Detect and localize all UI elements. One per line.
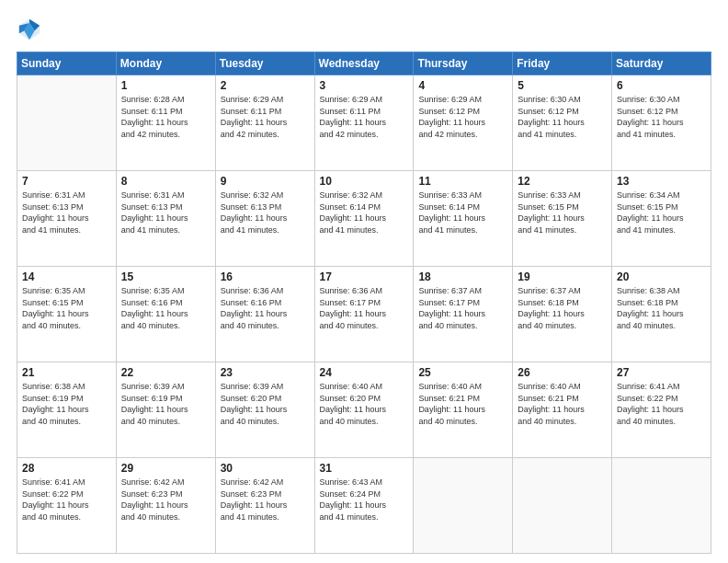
cell-info: Sunrise: 6:37 AM Sunset: 6:18 PM Dayligh… xyxy=(518,285,607,331)
logo xyxy=(17,17,48,42)
calendar-cell: 20Sunrise: 6:38 AM Sunset: 6:18 PM Dayli… xyxy=(612,267,711,362)
day-number: 4 xyxy=(418,79,507,92)
calendar-cell: 28Sunrise: 6:41 AM Sunset: 6:22 PM Dayli… xyxy=(17,458,117,554)
cell-info: Sunrise: 6:35 AM Sunset: 6:15 PM Dayligh… xyxy=(22,285,111,331)
calendar-cell xyxy=(612,458,711,554)
day-number: 26 xyxy=(518,366,607,379)
calendar-cell: 15Sunrise: 6:35 AM Sunset: 6:16 PM Dayli… xyxy=(116,267,215,362)
calendar-cell: 2Sunrise: 6:29 AM Sunset: 6:11 PM Daylig… xyxy=(215,75,314,171)
cell-info: Sunrise: 6:32 AM Sunset: 6:13 PM Dayligh… xyxy=(221,190,310,236)
calendar-cell: 7Sunrise: 6:31 AM Sunset: 6:13 PM Daylig… xyxy=(17,171,117,267)
cell-info: Sunrise: 6:41 AM Sunset: 6:22 PM Dayligh… xyxy=(22,477,111,523)
cell-info: Sunrise: 6:31 AM Sunset: 6:13 PM Dayligh… xyxy=(121,190,210,236)
calendar-cell xyxy=(17,75,117,171)
day-number: 6 xyxy=(617,79,706,92)
calendar-cell: 6Sunrise: 6:30 AM Sunset: 6:12 PM Daylig… xyxy=(612,75,711,171)
cell-info: Sunrise: 6:30 AM Sunset: 6:12 PM Dayligh… xyxy=(518,94,607,140)
calendar-cell: 16Sunrise: 6:36 AM Sunset: 6:16 PM Dayli… xyxy=(215,267,314,362)
day-number: 7 xyxy=(22,175,111,188)
calendar-cell: 17Sunrise: 6:36 AM Sunset: 6:17 PM Dayli… xyxy=(314,267,414,362)
day-number: 31 xyxy=(320,462,409,475)
cell-info: Sunrise: 6:36 AM Sunset: 6:17 PM Dayligh… xyxy=(320,285,409,331)
cell-info: Sunrise: 6:36 AM Sunset: 6:16 PM Dayligh… xyxy=(221,285,310,331)
day-number: 14 xyxy=(22,270,111,283)
day-number: 9 xyxy=(221,175,310,188)
cell-info: Sunrise: 6:41 AM Sunset: 6:22 PM Dayligh… xyxy=(617,381,706,427)
weekday-header: Friday xyxy=(513,52,612,75)
calendar-cell: 29Sunrise: 6:42 AM Sunset: 6:23 PM Dayli… xyxy=(116,458,215,554)
cell-info: Sunrise: 6:38 AM Sunset: 6:19 PM Dayligh… xyxy=(22,381,111,427)
day-number: 1 xyxy=(121,79,210,92)
day-number: 18 xyxy=(418,270,507,283)
cell-info: Sunrise: 6:38 AM Sunset: 6:18 PM Dayligh… xyxy=(617,285,706,331)
calendar-cell: 9Sunrise: 6:32 AM Sunset: 6:13 PM Daylig… xyxy=(215,171,314,267)
calendar-week-row: 21Sunrise: 6:38 AM Sunset: 6:19 PM Dayli… xyxy=(17,362,711,458)
day-number: 16 xyxy=(221,270,310,283)
day-number: 22 xyxy=(121,366,210,379)
day-number: 12 xyxy=(518,175,607,188)
day-number: 15 xyxy=(121,270,210,283)
day-number: 21 xyxy=(22,366,111,379)
calendar-cell: 21Sunrise: 6:38 AM Sunset: 6:19 PM Dayli… xyxy=(17,362,117,458)
calendar-week-row: 7Sunrise: 6:31 AM Sunset: 6:13 PM Daylig… xyxy=(17,171,711,267)
day-number: 30 xyxy=(221,462,310,475)
weekday-header-row: SundayMondayTuesdayWednesdayThursdayFrid… xyxy=(17,52,711,75)
calendar-cell: 12Sunrise: 6:33 AM Sunset: 6:15 PM Dayli… xyxy=(513,171,612,267)
calendar-table: SundayMondayTuesdayWednesdayThursdayFrid… xyxy=(17,52,711,554)
cell-info: Sunrise: 6:30 AM Sunset: 6:12 PM Dayligh… xyxy=(617,94,706,140)
day-number: 17 xyxy=(320,270,409,283)
day-number: 28 xyxy=(22,462,111,475)
cell-info: Sunrise: 6:39 AM Sunset: 6:19 PM Dayligh… xyxy=(121,381,210,427)
weekday-header: Monday xyxy=(116,52,215,75)
cell-info: Sunrise: 6:40 AM Sunset: 6:21 PM Dayligh… xyxy=(518,381,607,427)
calendar-cell: 18Sunrise: 6:37 AM Sunset: 6:17 PM Dayli… xyxy=(414,267,513,362)
day-number: 13 xyxy=(617,175,706,188)
calendar-cell: 10Sunrise: 6:32 AM Sunset: 6:14 PM Dayli… xyxy=(314,171,414,267)
calendar-cell: 22Sunrise: 6:39 AM Sunset: 6:19 PM Dayli… xyxy=(116,362,215,458)
cell-info: Sunrise: 6:33 AM Sunset: 6:15 PM Dayligh… xyxy=(518,190,607,236)
day-number: 3 xyxy=(320,79,409,92)
day-number: 19 xyxy=(518,270,607,283)
calendar-cell: 13Sunrise: 6:34 AM Sunset: 6:15 PM Dayli… xyxy=(612,171,711,267)
logo-icon xyxy=(17,17,42,42)
cell-info: Sunrise: 6:28 AM Sunset: 6:11 PM Dayligh… xyxy=(121,94,210,140)
page: SundayMondayTuesdayWednesdayThursdayFrid… xyxy=(0,0,728,563)
cell-info: Sunrise: 6:33 AM Sunset: 6:14 PM Dayligh… xyxy=(418,190,507,236)
calendar-cell: 14Sunrise: 6:35 AM Sunset: 6:15 PM Dayli… xyxy=(17,267,117,362)
weekday-header: Sunday xyxy=(17,52,117,75)
cell-info: Sunrise: 6:31 AM Sunset: 6:13 PM Dayligh… xyxy=(22,190,111,236)
cell-info: Sunrise: 6:40 AM Sunset: 6:21 PM Dayligh… xyxy=(418,381,507,427)
calendar-cell: 25Sunrise: 6:40 AM Sunset: 6:21 PM Dayli… xyxy=(414,362,513,458)
day-number: 29 xyxy=(121,462,210,475)
cell-info: Sunrise: 6:34 AM Sunset: 6:15 PM Dayligh… xyxy=(617,190,706,236)
day-number: 20 xyxy=(617,270,706,283)
day-number: 2 xyxy=(221,79,310,92)
weekday-header: Thursday xyxy=(414,52,513,75)
calendar-week-row: 28Sunrise: 6:41 AM Sunset: 6:22 PM Dayli… xyxy=(17,458,711,554)
header xyxy=(17,17,711,42)
cell-info: Sunrise: 6:29 AM Sunset: 6:11 PM Dayligh… xyxy=(320,94,409,140)
cell-info: Sunrise: 6:42 AM Sunset: 6:23 PM Dayligh… xyxy=(221,477,310,523)
day-number: 10 xyxy=(320,175,409,188)
day-number: 5 xyxy=(518,79,607,92)
weekday-header: Wednesday xyxy=(314,52,414,75)
calendar-cell: 1Sunrise: 6:28 AM Sunset: 6:11 PM Daylig… xyxy=(116,75,215,171)
cell-info: Sunrise: 6:43 AM Sunset: 6:24 PM Dayligh… xyxy=(320,477,409,523)
calendar-week-row: 1Sunrise: 6:28 AM Sunset: 6:11 PM Daylig… xyxy=(17,75,711,171)
calendar-cell: 19Sunrise: 6:37 AM Sunset: 6:18 PM Dayli… xyxy=(513,267,612,362)
day-number: 11 xyxy=(418,175,507,188)
day-number: 24 xyxy=(320,366,409,379)
cell-info: Sunrise: 6:29 AM Sunset: 6:11 PM Dayligh… xyxy=(221,94,310,140)
day-number: 25 xyxy=(418,366,507,379)
calendar-cell: 26Sunrise: 6:40 AM Sunset: 6:21 PM Dayli… xyxy=(513,362,612,458)
calendar-cell: 30Sunrise: 6:42 AM Sunset: 6:23 PM Dayli… xyxy=(215,458,314,554)
day-number: 23 xyxy=(221,366,310,379)
cell-info: Sunrise: 6:39 AM Sunset: 6:20 PM Dayligh… xyxy=(221,381,310,427)
calendar-cell: 3Sunrise: 6:29 AM Sunset: 6:11 PM Daylig… xyxy=(314,75,414,171)
calendar-cell xyxy=(414,458,513,554)
weekday-header: Tuesday xyxy=(215,52,314,75)
cell-info: Sunrise: 6:35 AM Sunset: 6:16 PM Dayligh… xyxy=(121,285,210,331)
calendar-cell: 27Sunrise: 6:41 AM Sunset: 6:22 PM Dayli… xyxy=(612,362,711,458)
calendar-cell: 5Sunrise: 6:30 AM Sunset: 6:12 PM Daylig… xyxy=(513,75,612,171)
calendar-cell xyxy=(513,458,612,554)
